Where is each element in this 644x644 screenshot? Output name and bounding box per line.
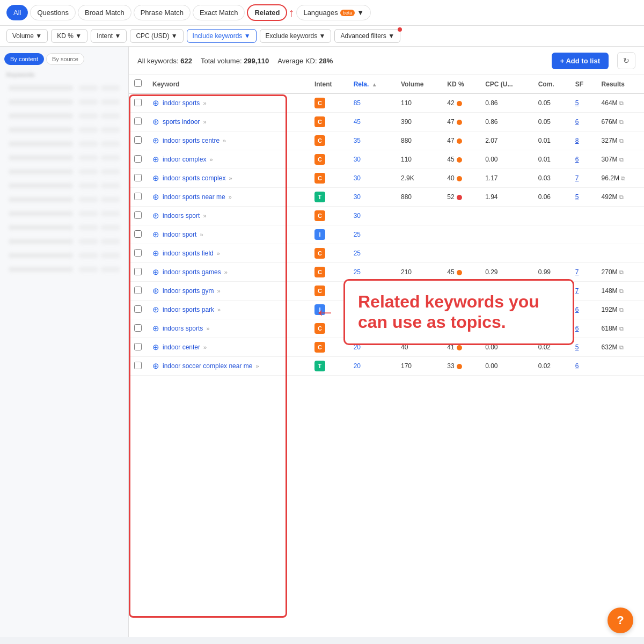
sf-link[interactable]: 7 — [575, 287, 579, 295]
kw-add-icon[interactable]: ⊕ — [152, 267, 159, 277]
kw-expand-icon[interactable]: » — [209, 156, 213, 163]
row-checkbox[interactable] — [134, 211, 142, 219]
row-checkbox[interactable] — [134, 324, 142, 332]
kw-expand-icon[interactable]: » — [206, 325, 209, 332]
kw-link[interactable]: indoor sports centre — [163, 137, 219, 144]
results-icon[interactable]: ⧉ — [619, 269, 624, 275]
filter-exclude-keywords[interactable]: Exclude keywords ▼ — [260, 29, 332, 43]
sf-link[interactable]: 7 — [575, 174, 579, 182]
sf-link[interactable]: 6 — [575, 118, 579, 126]
kw-link[interactable]: indoor sports near me — [163, 193, 225, 201]
add-to-list-button[interactable]: + Add to list — [552, 53, 609, 69]
tab-exact-match[interactable]: Exact Match — [193, 5, 245, 20]
row-checkbox[interactable] — [134, 362, 142, 369]
sf-link[interactable]: 6 — [575, 306, 579, 313]
sidebar-item[interactable] — [4, 82, 124, 94]
filter-cpc[interactable]: CPC (USD) ▼ — [130, 29, 183, 43]
kw-add-icon[interactable]: ⊕ — [152, 230, 159, 239]
results-icon[interactable]: ⧉ — [619, 194, 624, 200]
kw-link[interactable]: indoor complex — [163, 156, 206, 163]
row-checkbox[interactable] — [134, 230, 142, 238]
row-checkbox[interactable] — [134, 174, 142, 181]
filter-intent[interactable]: Intent ▼ — [91, 29, 127, 43]
kw-add-icon[interactable]: ⊕ — [152, 286, 159, 296]
sf-link[interactable]: 7 — [575, 268, 579, 276]
row-checkbox[interactable] — [134, 343, 142, 350]
select-all-checkbox[interactable] — [134, 79, 142, 87]
results-icon[interactable]: ⧉ — [619, 100, 624, 106]
kw-link[interactable]: indoors sport — [163, 212, 200, 219]
kw-add-icon[interactable]: ⊕ — [152, 305, 159, 314]
kw-expand-icon[interactable]: » — [224, 269, 228, 275]
tab-related[interactable]: Related — [247, 4, 287, 21]
kw-link[interactable]: indoor sport — [163, 231, 196, 238]
kw-link[interactable]: indoor sports park — [163, 306, 214, 313]
kw-expand-icon[interactable]: » — [200, 231, 203, 238]
row-checkbox[interactable] — [134, 193, 142, 200]
results-icon[interactable]: ⧉ — [619, 325, 624, 332]
kw-expand-icon[interactable]: » — [217, 250, 220, 257]
row-checkbox[interactable] — [134, 99, 142, 106]
kw-add-icon[interactable]: ⊕ — [152, 342, 159, 352]
tab-phrase-match[interactable]: Phrase Match — [134, 5, 191, 20]
kw-link[interactable]: indoors sports — [163, 325, 203, 332]
kw-add-icon[interactable]: ⊕ — [152, 117, 159, 127]
sidebar-item[interactable] — [4, 208, 124, 219]
results-icon[interactable]: ⧉ — [619, 137, 624, 144]
kw-expand-icon[interactable]: » — [203, 100, 206, 106]
results-icon[interactable]: ⧉ — [619, 306, 624, 313]
sf-link[interactable]: 6 — [575, 362, 579, 370]
sf-link[interactable]: 8 — [575, 137, 579, 144]
sidebar-item[interactable] — [4, 222, 124, 233]
sidebar-item[interactable] — [4, 152, 124, 164]
sf-link[interactable]: 5 — [575, 343, 579, 351]
sidebar-item[interactable] — [4, 138, 124, 150]
header-rela[interactable]: Rela. ▲ — [348, 75, 396, 93]
results-icon[interactable]: ⧉ — [619, 156, 624, 163]
tab-all[interactable]: All — [6, 5, 28, 20]
row-checkbox[interactable] — [134, 136, 142, 144]
sf-link[interactable]: 6 — [575, 325, 579, 332]
results-icon[interactable]: ⧉ — [619, 344, 624, 350]
results-icon[interactable]: ⧉ — [619, 288, 624, 294]
sidebar-item[interactable] — [4, 264, 124, 275]
sidebar-item[interactable] — [4, 250, 124, 261]
sidebar-item[interactable] — [4, 236, 124, 247]
filter-include-keywords[interactable]: Include keywords ▼ — [187, 29, 257, 43]
sidebar-tab-by-source[interactable]: By source — [46, 53, 84, 65]
sf-link[interactable]: 6 — [575, 156, 579, 163]
kw-add-icon[interactable]: ⊕ — [152, 324, 159, 333]
results-icon[interactable]: ⧉ — [621, 175, 625, 181]
sidebar-item[interactable] — [4, 110, 124, 122]
kw-expand-icon[interactable]: » — [217, 288, 220, 294]
sidebar-item[interactable] — [4, 194, 124, 206]
kw-link[interactable]: indoor center — [163, 343, 200, 351]
kw-link[interactable]: inddor sports — [163, 99, 200, 107]
kw-link[interactable]: indoor sports field — [163, 250, 214, 257]
kw-add-icon[interactable]: ⊕ — [152, 173, 159, 183]
help-button[interactable]: ? — [608, 608, 633, 633]
row-checkbox[interactable] — [134, 305, 142, 313]
sidebar-tab-by-content[interactable]: By content — [4, 53, 44, 65]
kw-expand-icon[interactable]: » — [223, 137, 226, 144]
kw-expand-icon[interactable]: » — [203, 344, 207, 350]
tab-questions[interactable]: Questions — [30, 5, 76, 20]
sidebar-item[interactable] — [4, 96, 124, 108]
kw-expand-icon[interactable]: » — [203, 119, 206, 125]
kw-link[interactable]: indoor soccer complex near me — [163, 362, 252, 370]
kw-link[interactable]: indoor sports complex — [163, 174, 225, 182]
filter-kd[interactable]: KD % ▼ — [51, 29, 87, 43]
kw-add-icon[interactable]: ⊕ — [152, 192, 159, 202]
sidebar-item[interactable] — [4, 180, 124, 192]
kw-expand-icon[interactable]: » — [229, 194, 232, 200]
kw-expand-icon[interactable]: » — [255, 363, 259, 369]
row-checkbox[interactable] — [134, 155, 142, 163]
kw-expand-icon[interactable]: » — [203, 213, 206, 219]
kw-add-icon[interactable]: ⊕ — [152, 136, 159, 145]
kw-add-icon[interactable]: ⊕ — [152, 98, 159, 108]
tab-broad-match[interactable]: Broad Match — [78, 5, 131, 20]
row-checkbox[interactable] — [134, 118, 142, 125]
kw-link[interactable]: indoor sports gym — [163, 287, 214, 295]
row-checkbox[interactable] — [134, 249, 142, 257]
tab-languages[interactable]: Languages beta ▼ — [296, 5, 371, 20]
